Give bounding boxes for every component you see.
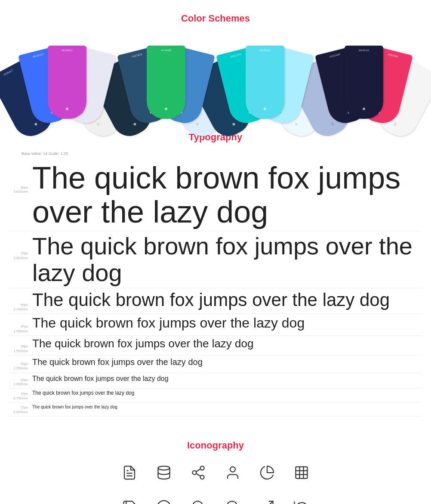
type-row-92: 92px 3.625rem The quick brown fox jumps … (9, 161, 422, 231)
color-schemes-section: Color Schemes #4264C7 #6A3FCC #B79BCC #3… (0, 0, 431, 127)
type-px-72: 72px (21, 251, 28, 256)
type-px-24: 24px (21, 378, 28, 382)
type-row-38: 38px 1.563rem The quick brown fox jumps … (9, 337, 422, 356)
svg-point-3 (158, 466, 170, 470)
color-schemes-title: Color Schemes (9, 13, 422, 24)
type-rem-38: 1.563rem (13, 349, 28, 353)
color-schemes-row: #4264C7 #6A3FCC #B79BCC #324455 #4479C8 … (9, 33, 422, 119)
icon-database (147, 460, 181, 485)
type-rem-15: 0.625rem (13, 410, 28, 414)
type-rem-19: 0.750rem (13, 396, 28, 401)
type-rem-72: 3.063rem (13, 256, 28, 260)
type-px-92: 92px (21, 186, 28, 190)
type-label-92: 92px 3.625rem (9, 186, 32, 195)
type-sample-56: The quick brown fox jumps over the lazy … (32, 290, 390, 310)
typography-title: Typography (9, 132, 422, 143)
type-rem-56: 2.438rem (13, 307, 28, 312)
type-row-47: 47px 1.938rem The quick brown fox jumps … (9, 315, 422, 336)
svg-point-9 (230, 467, 235, 472)
palette-4-card-3: #0F0F2A (345, 46, 383, 119)
type-label-72: 72px 3.063rem (9, 251, 32, 260)
icon-share-network (181, 460, 216, 485)
palette-2: #324455 #4479C8 #47906B (119, 33, 213, 119)
icon-rotate-ccw (284, 494, 319, 504)
icon-expand (250, 494, 284, 504)
icon-save (112, 494, 147, 504)
svg-point-4 (200, 466, 204, 470)
svg-line-7 (196, 473, 200, 476)
typography-section: Typography Base Value: 14 Scale: 1.25 92… (0, 127, 431, 431)
type-sample-24: The quick brown fox jumps over the lazy … (32, 375, 169, 383)
type-sample-30: The quick brown fox jumps over the lazy … (32, 357, 203, 367)
type-label-38: 38px 1.563rem (9, 344, 32, 353)
svg-point-6 (200, 475, 204, 479)
svg-point-18 (193, 501, 203, 504)
type-sample-92: The quick brown fox jumps over the lazy … (32, 161, 422, 229)
iconography-section: Iconography (0, 431, 431, 504)
type-sample-15: The quick brown fox jumps over the lazy … (32, 405, 117, 409)
type-row-30: 30px 1.250rem The quick brown fox jumps … (9, 357, 422, 373)
type-label-15: 15px 0.625rem (9, 405, 32, 414)
icon-zoom-in (181, 494, 216, 504)
type-px-30: 30px (21, 362, 28, 366)
type-label-47: 47px 1.938rem (9, 325, 32, 334)
icon-x-circle (147, 494, 181, 504)
icon-zoom-out (216, 494, 250, 504)
type-sample-72: The quick brown fox jumps over the lazy … (32, 233, 422, 286)
palette-4: #AABBDD #1A1A3A #0F0F2A #EE3366 (317, 33, 411, 119)
palette-3-card-3: #55DDEE (246, 46, 284, 119)
type-sample-38: The quick brown fox jumps over the lazy … (32, 337, 253, 350)
type-sample-19: The quick brown fox jumps over the lazy … (32, 390, 134, 396)
type-row-72: 72px 3.063rem The quick brown fox jumps … (9, 233, 422, 288)
type-px-15: 15px (21, 405, 28, 410)
type-label-19: 19px 0.750rem (9, 392, 32, 401)
type-px-38: 38px (21, 344, 28, 349)
palette-2-card-3: #47906B (147, 46, 185, 119)
svg-rect-10 (296, 467, 308, 479)
type-row-19: 19px 0.750rem The quick brown fox jumps … (9, 390, 422, 403)
iconography-title: Iconography (9, 440, 422, 451)
type-px-56: 56px (21, 303, 28, 307)
type-rem-47: 1.938rem (13, 329, 28, 334)
svg-point-5 (193, 471, 197, 475)
type-px-47: 47px (21, 325, 28, 329)
type-label-24: 24px 1.000rem (9, 378, 32, 387)
type-row-24: 24px 1.000rem The quick brown fox jumps … (9, 375, 422, 389)
svg-line-8 (196, 469, 200, 472)
icon-pie-chart (250, 460, 284, 485)
type-rem-30: 1.250rem (13, 366, 28, 371)
icon-file-text (112, 460, 147, 485)
icon-building (284, 460, 319, 485)
icon-grid (9, 460, 422, 504)
type-label-56: 56px 2.438rem (9, 303, 32, 312)
svg-point-15 (157, 501, 170, 504)
type-rem-92: 3.625rem (13, 190, 28, 194)
typography-meta: Base Value: 14 Scale: 1.25 (9, 152, 422, 156)
type-row-56: 56px 2.438rem The quick brown fox jumps … (9, 290, 422, 314)
icon-user (216, 460, 250, 485)
svg-point-22 (227, 501, 237, 504)
type-row-15: 15px 0.625rem The quick brown fox jumps … (9, 405, 422, 417)
type-sample-47: The quick brown fox jumps over the lazy … (32, 315, 305, 331)
type-label-30: 30px 1.250rem (9, 362, 32, 371)
palette-1-card-3: #B79BCC (48, 46, 86, 119)
type-rem-24: 1.000rem (13, 382, 28, 387)
palette-1: #4264C7 #6A3FCC #B79BCC (20, 33, 114, 119)
palette-3: #1B4170 #00CCFF #55DDEE (218, 33, 312, 119)
type-px-19: 19px (21, 392, 28, 396)
